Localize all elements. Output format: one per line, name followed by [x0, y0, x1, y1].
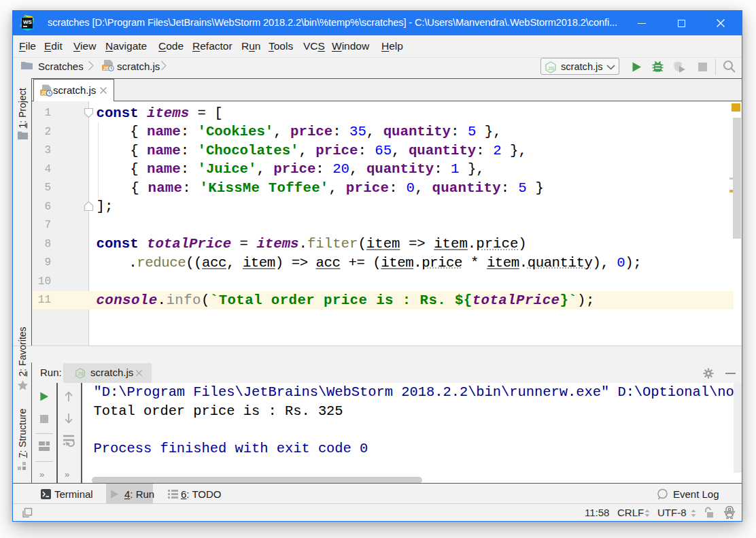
svg-text:WS: WS — [23, 19, 33, 25]
svg-text:JS: JS — [548, 65, 555, 71]
svg-text:JS: JS — [78, 371, 84, 377]
